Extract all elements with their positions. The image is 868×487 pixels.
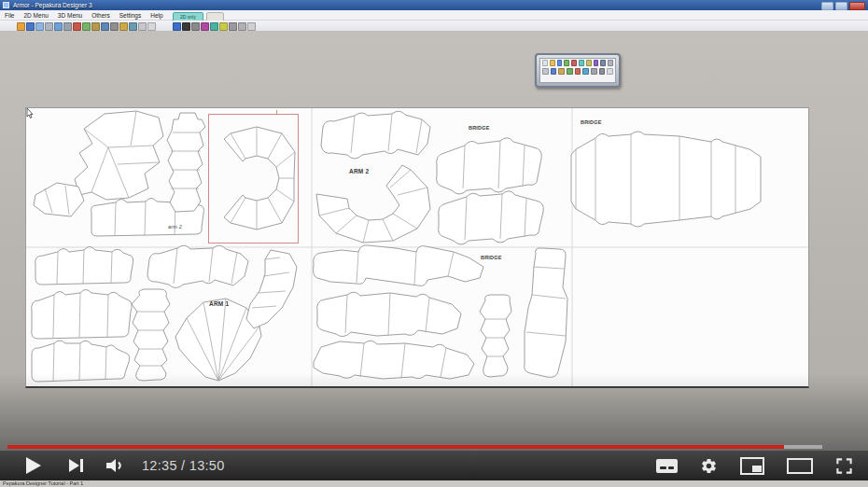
gear-icon (700, 457, 718, 475)
pattern-piece[interactable] (439, 191, 544, 244)
pattern-canvas[interactable]: arm 2 ARM 2 BRIDGE BRIDGE ARM 1 BRIDGE (25, 107, 809, 388)
window-title: Armor - Pepakura Designer 3 (13, 2, 92, 8)
toolbar-icon[interactable] (110, 22, 119, 31)
toolbar-icon[interactable] (550, 60, 555, 66)
menu-bar: File 2D Menu 3D Menu Others Settings Hel… (0, 10, 868, 21)
toolbar-icon[interactable] (229, 22, 237, 31)
toolbar-icon[interactable] (564, 60, 569, 66)
speaker-icon (105, 457, 125, 474)
page-video-title: Pepakura Designer Tutorial - Part 1 (0, 480, 868, 486)
toolbar-icon[interactable] (35, 22, 44, 31)
pattern-piece[interactable] (34, 183, 84, 216)
progress-bar[interactable] (7, 445, 861, 449)
selection-handle (276, 110, 277, 115)
toolbar-icon[interactable] (238, 22, 246, 31)
toolbar-icon[interactable] (182, 22, 190, 31)
settings-button[interactable] (700, 457, 718, 475)
toolbar-icon[interactable] (591, 68, 597, 75)
toolbar-icon[interactable] (129, 22, 137, 31)
toolbar-icon[interactable] (54, 22, 63, 31)
piece-label: arm 2 (168, 224, 182, 230)
piece-label: ARM 2 (349, 168, 369, 174)
piece-label: BRIDGE (469, 125, 490, 131)
progress-buffered (784, 445, 822, 449)
toolbar-icon[interactable] (63, 22, 72, 31)
close-button[interactable] (849, 2, 865, 10)
menu-2d[interactable]: 2D Menu (19, 12, 52, 19)
menu-others[interactable]: Others (87, 12, 115, 19)
toolbar-icon[interactable] (45, 22, 53, 31)
toolbar-icon[interactable] (26, 22, 35, 31)
toolbar-icon[interactable] (191, 22, 200, 31)
pattern-piece[interactable] (437, 138, 542, 194)
menu-help[interactable]: Help (146, 12, 167, 19)
toolbar-icon[interactable] (607, 68, 613, 75)
player-controls: 12:35 / 13:50 (0, 451, 868, 480)
fullscreen-icon (835, 457, 853, 475)
pattern-piece[interactable] (314, 341, 474, 379)
toolbar-icon[interactable] (73, 22, 81, 31)
app-icon (3, 2, 9, 8)
subtitles-button[interactable] (656, 459, 678, 473)
pattern-piece[interactable] (314, 245, 484, 286)
pattern-piece[interactable] (321, 111, 430, 159)
toolbar-icon[interactable] (247, 22, 256, 31)
toolbar-icon[interactable] (17, 22, 25, 31)
progress-played (7, 445, 784, 449)
theater-mode-button[interactable] (787, 458, 813, 474)
menu-3d[interactable]: 3D Menu (53, 12, 87, 19)
toolbar-icon[interactable] (579, 60, 584, 66)
minimize-button[interactable] (821, 2, 833, 10)
toolbar-icon[interactable] (608, 60, 613, 66)
pattern-piece[interactable] (167, 113, 205, 212)
pattern-piece[interactable] (480, 295, 511, 377)
pattern-piece[interactable] (246, 250, 297, 328)
piece-label: ARM 1 (209, 300, 229, 307)
selection-box[interactable] (208, 114, 299, 244)
menu-settings[interactable]: Settings (115, 12, 147, 19)
toolbar-icon[interactable] (551, 68, 557, 75)
toolbar-icon[interactable] (147, 22, 156, 31)
time-display: 12:35 / 13:50 (142, 458, 225, 473)
palette-row-2 (540, 67, 615, 76)
pattern-piece[interactable] (132, 289, 170, 381)
floating-tool-palette[interactable] (535, 53, 621, 88)
piece-label: BRIDGE (581, 119, 602, 125)
page-below-player: Pepakura Designer Tutorial - Part 1 (0, 480, 868, 487)
pattern-piece[interactable] (571, 132, 761, 227)
toolbar-icon[interactable] (91, 22, 100, 31)
toolbar-icon[interactable] (558, 68, 565, 75)
video-player: Armor - Pepakura Designer 3 File 2D Menu… (0, 0, 868, 487)
fullscreen-button[interactable] (835, 457, 853, 475)
pattern-piece[interactable] (32, 290, 132, 340)
menu-file[interactable]: File (0, 12, 19, 19)
toolbar-icon[interactable] (542, 68, 549, 75)
toolbar-icon[interactable] (210, 22, 218, 31)
pattern-piece[interactable] (316, 165, 430, 243)
toolbar-icon[interactable] (582, 68, 589, 75)
toolbar-icon[interactable] (101, 22, 109, 31)
toolbar-icon[interactable] (82, 22, 91, 31)
toolbar-icon[interactable] (600, 60, 606, 66)
toolbar-icon[interactable] (586, 60, 592, 66)
next-button[interactable] (69, 458, 84, 473)
maximize-button[interactable] (835, 2, 847, 10)
pattern-piece[interactable] (75, 111, 163, 200)
toolbar-icon[interactable] (219, 22, 228, 31)
miniplayer-button[interactable] (740, 457, 764, 475)
toolbar-icon[interactable] (119, 22, 128, 31)
toolbar-icon[interactable] (575, 68, 581, 75)
toolbar-icon[interactable] (173, 22, 181, 31)
pattern-piece[interactable] (147, 245, 248, 287)
toolbar-icon[interactable] (201, 22, 209, 31)
volume-button[interactable] (105, 457, 125, 474)
toolbar-icon[interactable] (567, 68, 573, 75)
toolbar-icon[interactable] (594, 60, 599, 66)
next-bar (80, 459, 83, 472)
toolbar-icon[interactable] (557, 60, 563, 66)
play-button[interactable] (26, 457, 41, 474)
toolbar-icon[interactable] (599, 68, 606, 75)
toolbar-icon[interactable] (571, 60, 577, 66)
toolbar-icon[interactable] (542, 60, 548, 66)
toolbar-icon[interactable] (138, 22, 147, 31)
